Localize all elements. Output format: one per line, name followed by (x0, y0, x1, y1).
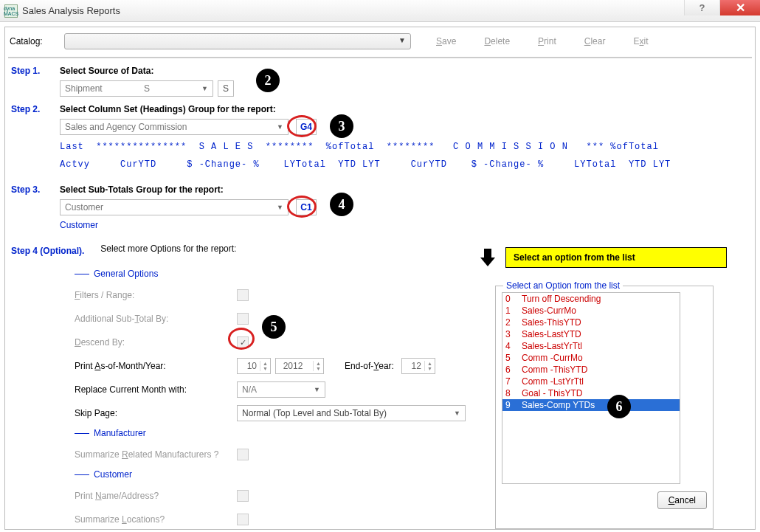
step3-title: Select Sub-Totals Group for the report: (60, 184, 749, 195)
option-item-5[interactable]: 5Comm -CurrMo (502, 352, 680, 364)
option-item-9[interactable]: 9Sales-Comp YTDs (502, 399, 680, 411)
summarize-related-label: Summarize Related Manufacturers ? (75, 449, 237, 460)
subtotal-code[interactable]: C1 (296, 199, 317, 215)
help-button[interactable]: ? (684, 0, 719, 15)
catalog-label: Catalog: (10, 36, 60, 46)
catalog-row: Catalog: Save Delete Print Clear Exit (8, 30, 752, 58)
option-item-8[interactable]: 8Goal - ThisYTD (502, 387, 680, 399)
step4-label: Step 4 (Optional). (11, 246, 84, 256)
option-list[interactable]: 0Turn off Descending1Sales-CurrMo2Sales-… (502, 292, 680, 484)
option-item-0[interactable]: 0Turn off Descending (502, 293, 680, 305)
chevron-down-icon: ▼ (314, 386, 320, 393)
section-general-label: General Options (94, 269, 158, 279)
replace-select[interactable]: N/A ▼ (237, 381, 325, 398)
clear-link[interactable]: Clear (584, 36, 606, 46)
option-item-3[interactable]: 3Sales-LastYTD (502, 328, 680, 340)
subtotal-value: Customer (65, 202, 103, 213)
summarize-loc-checkbox[interactable] (237, 514, 249, 525)
chevron-down-icon: ▼ (277, 123, 283, 131)
source-code-button[interactable]: S (218, 80, 234, 97)
close-button[interactable]: ✕ (719, 0, 760, 15)
step1-title: Select Source of Data: (60, 66, 749, 76)
option-item-4[interactable]: 4Sales-LastYrTtl (502, 340, 680, 352)
column-group-select[interactable]: Sales and Agency Commission ▼ (60, 119, 289, 135)
dialog-body: Catalog: Save Delete Print Clear Exit St… (4, 27, 756, 530)
asof-year-value: 2012 (276, 361, 313, 371)
tooltip-banner: Select an option from the list (505, 247, 727, 268)
source-select[interactable]: Shipment S ▼ (60, 80, 213, 97)
source-select-value: Shipment (65, 83, 103, 94)
summarize-related-checkbox[interactable] (237, 449, 249, 460)
column-group-value: Sales and Agency Commission (65, 122, 187, 132)
skip-value: Normal (Top Level and Sub-Total By) (242, 408, 387, 418)
column-preview-line1: Last *************** S A L E S ******** … (60, 139, 749, 156)
print-link[interactable]: Print (538, 36, 556, 46)
skip-label: Skip Page: (75, 408, 237, 418)
step3-label: Step 3. (11, 184, 60, 195)
summarize-loc-label: Summarize Locations? (75, 514, 237, 525)
print-name-checkbox[interactable] (237, 490, 249, 502)
asof-month-value: 10 (238, 361, 260, 371)
option-item-1[interactable]: 1Sales-CurrMo (502, 305, 680, 317)
filters-checkbox[interactable] (237, 289, 249, 301)
step1-row: Step 1. Select Source of Data: Shipment … (11, 66, 749, 97)
source-select-code: S (144, 83, 150, 94)
save-link[interactable]: Save (436, 36, 456, 46)
column-group-code[interactable]: G4 (296, 119, 317, 135)
option-item-6[interactable]: 6Comm -ThisYTD (502, 364, 680, 376)
exit-link[interactable]: Exit (633, 36, 648, 46)
section-manufacturer-label: Manufacturer (94, 428, 146, 438)
step4-title: Select more Options for the report: (100, 243, 236, 254)
subtotal-detail: Customer (60, 220, 749, 230)
replace-value: N/A (242, 384, 257, 395)
print-name-label: Print Name/Address? (75, 491, 237, 501)
replace-label: Replace Current Month with: (75, 384, 237, 395)
addl-subtotal-checkbox[interactable] (237, 313, 249, 325)
section-general: General Options (75, 269, 547, 279)
section-customer-label: Customer (94, 469, 132, 480)
filters-label: Filters / Range: (75, 290, 237, 300)
chevron-down-icon: ▼ (277, 204, 283, 211)
app-icon: dyna MACS (4, 4, 18, 18)
eoy-value: 12 (402, 361, 424, 371)
arrow-down-icon (480, 249, 495, 268)
descend-label: Descend By: (75, 337, 237, 348)
chevron-down-icon: ▼ (454, 410, 460, 417)
subtotal-select[interactable]: Customer ▼ (60, 199, 289, 215)
asof-month-spinner[interactable]: 10 ▲▼ (237, 358, 271, 374)
eoy-label: End-of-Year: (345, 361, 394, 371)
action-links: Save Delete Print Clear Exit (436, 36, 648, 46)
asof-year-spinner[interactable]: 2012 ▲▼ (275, 358, 324, 374)
delete-link[interactable]: Delete (484, 36, 510, 46)
addl-subtotal-label: Additional Sub-Total By: (75, 314, 237, 324)
step2-row: Step 2. Select Column Set (Headings) Gro… (11, 104, 749, 180)
descend-checkbox[interactable]: ✓ (237, 336, 249, 348)
step2-label: Step 2. (11, 104, 60, 114)
option-popup-legend: Select an Option from the list (503, 280, 623, 291)
window-title: Sales Analysis Reports (22, 5, 120, 16)
step2-title: Select Column Set (Headings) Group for t… (60, 104, 749, 114)
print-asof-label: Print As-of-Month/Year: (75, 361, 237, 371)
chevron-down-icon: ▼ (201, 85, 208, 92)
column-preview-line2: Actvy CurYTD $ -Change- % LYTotal YTD LY… (60, 157, 749, 173)
skip-select[interactable]: Normal (Top Level and Sub-Total By) ▼ (237, 405, 466, 421)
option-popup: Select an Option from the list 0Turn off… (495, 286, 714, 529)
titlebar: dyna MACS Sales Analysis Reports ? ✕ (0, 0, 760, 22)
section-manufacturer: Manufacturer (75, 428, 547, 438)
cancel-button[interactable]: Cancel (657, 491, 707, 509)
eoy-spinner[interactable]: 12 ▲▼ (401, 358, 435, 374)
step3-row: Step 3. Select Sub-Totals Group for the … (11, 184, 749, 239)
catalog-select[interactable] (64, 33, 411, 49)
option-item-2[interactable]: 2Sales-ThisYTD (502, 317, 680, 328)
section-customer: Customer (75, 469, 547, 480)
step1-label: Step 1. (11, 66, 60, 76)
option-item-7[interactable]: 7Comm -LstYrTtl (502, 376, 680, 387)
